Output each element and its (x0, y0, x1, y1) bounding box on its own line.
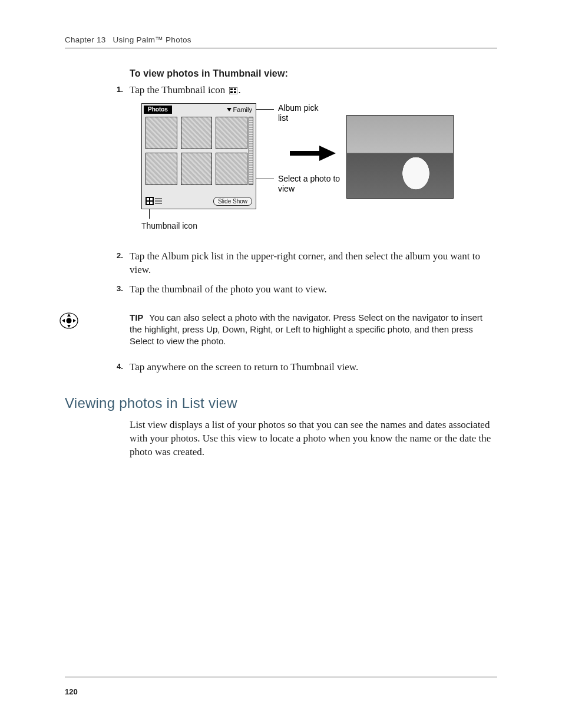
palm-screenshot: Photos Family (141, 103, 256, 209)
section-paragraph: List view displays a list of your photos… (130, 419, 492, 459)
svg-marker-17 (67, 314, 71, 317)
callout-line (256, 109, 274, 110)
step-2: 2. Tap the Album pick list in the upper-… (130, 250, 492, 277)
svg-marker-20 (73, 319, 76, 322)
step-text: Tap the Album pick list in the upper-rig… (130, 251, 480, 275)
chapter-label: Chapter 13 (65, 35, 106, 44)
page-number: 120 (65, 687, 78, 696)
thumbnail (181, 153, 213, 185)
thumbnail (216, 153, 247, 185)
step-text: Tap the Thumbnail icon (130, 84, 228, 95)
svg-point-16 (67, 318, 72, 323)
view-mode-icons (146, 197, 163, 205)
step-number: 4. (117, 361, 123, 372)
procedure-heading: To view photos in Thumbnail view: (130, 68, 492, 79)
step-3: 3. Tap the thumbnail of the photo you wa… (130, 283, 492, 297)
callout-text: Album pick list (278, 103, 319, 123)
svg-rect-3 (230, 91, 233, 93)
callout-line (256, 179, 274, 179)
tip-text: TIPYou can also select a photo with the … (130, 312, 492, 348)
svg-rect-4 (234, 91, 236, 93)
running-head: Chapter 13 Using Palm™ Photos (65, 35, 497, 48)
palm-bottom-bar: Slide Show (146, 197, 252, 206)
callout-select-photo: Select a photo to view (278, 174, 343, 194)
thumbnail (146, 117, 177, 149)
step-text: Tap anywhere on the screen to return to … (130, 361, 358, 373)
footer-rule (65, 677, 497, 677)
arrow-right-icon (290, 144, 337, 162)
thumbnail-grid-icon (229, 87, 237, 94)
svg-rect-2 (234, 88, 236, 90)
svg-rect-7 (150, 198, 153, 200)
callout-album-picklist: Album pick list (278, 103, 319, 123)
result-photo (346, 115, 454, 199)
section-heading: Viewing photos in List view (65, 395, 492, 411)
album-picklist: Family (227, 106, 252, 114)
page: Chapter 13 Using Palm™ Photos To view ph… (0, 0, 562, 728)
step-text: Tap the thumbnail of the photo you want … (130, 284, 327, 295)
step-1: 1. Tap the Thumbnail icon . (130, 84, 492, 97)
tip-body: You can also select a photo with the nav… (130, 312, 482, 347)
thumbnail (181, 117, 213, 149)
thumbnail (216, 117, 247, 149)
scrollbar (249, 117, 253, 185)
tip-block: TIPYou can also select a photo with the … (130, 312, 492, 348)
caption-thumbnail-icon: Thumbnail icon (141, 221, 197, 230)
step-number: 2. (117, 251, 123, 261)
content-column: To view photos in Thumbnail view: 1. Tap… (130, 68, 492, 459)
thumbnail (146, 153, 177, 185)
tip-label: TIP (130, 312, 143, 322)
callout-text: Select a photo to view (278, 174, 343, 194)
svg-rect-8 (147, 202, 149, 204)
dropdown-triangle-icon (227, 108, 232, 111)
palm-app-title: Photos (144, 106, 172, 114)
svg-marker-19 (62, 319, 65, 322)
step-number: 3. (117, 284, 123, 294)
svg-rect-0 (229, 87, 237, 94)
step-text-after: . (239, 84, 241, 95)
chapter-title: Using Palm™ Photos (113, 35, 191, 44)
svg-rect-9 (150, 202, 153, 204)
navigator-icon (59, 311, 79, 331)
callout-line (149, 209, 150, 219)
header-rule (65, 48, 497, 48)
svg-marker-18 (67, 325, 71, 328)
thumbnail-grid (146, 117, 247, 185)
slide-show-button: Slide Show (213, 197, 252, 206)
svg-marker-14 (319, 146, 336, 161)
step-4: 4. Tap anywhere on the screen to return … (130, 361, 492, 374)
step-number: 1. (117, 84, 123, 95)
svg-rect-1 (230, 88, 233, 90)
picklist-value: Family (233, 106, 252, 113)
svg-rect-13 (290, 151, 319, 156)
svg-rect-6 (147, 198, 149, 200)
figure: Photos Family (141, 103, 492, 236)
